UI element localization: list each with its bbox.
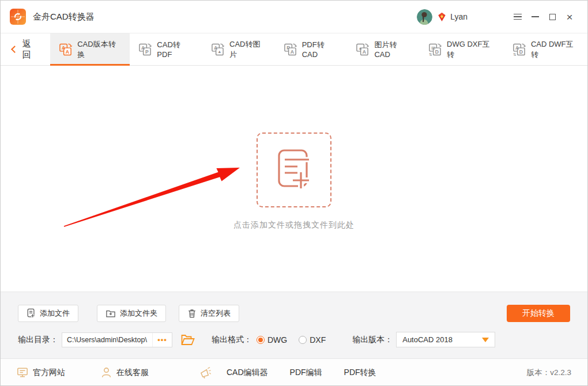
file-plus-icon	[27, 308, 36, 319]
cad-editor-link[interactable]: CAD编辑器	[227, 368, 268, 378]
person-icon	[101, 367, 112, 378]
pdf-convert-link[interactable]: PDF转换	[344, 368, 376, 378]
output-version-select[interactable]: AutoCAD 2018	[396, 332, 495, 347]
folder-plus-icon	[105, 309, 116, 318]
user-avatar[interactable]	[417, 9, 432, 25]
trash-icon	[187, 308, 197, 319]
pdf-edit-link[interactable]: PDF编辑	[290, 368, 322, 378]
add-file-button[interactable]: 添加文件	[18, 305, 78, 322]
dwg-dxf-swap-icon: ⊞ D ⇅	[428, 43, 442, 56]
output-dir-input[interactable]	[62, 333, 152, 347]
svg-text:⊞: ⊞	[431, 45, 435, 50]
close-icon[interactable]: ×	[561, 8, 578, 25]
version-label: 版本：v2.2.3	[527, 368, 571, 378]
output-dir-label: 输出目录：	[18, 335, 58, 345]
output-version-label: 输出版本：	[352, 335, 393, 345]
svg-text:A: A	[363, 48, 366, 54]
tab-bar: 返回 A A CAD版本转换 A P CAD转PDF	[1, 33, 587, 66]
svg-text:A: A	[290, 48, 293, 54]
tab-label: PDF转CAD	[302, 40, 339, 59]
svg-text:A: A	[62, 45, 65, 51]
tab-dwg-dxf-swap[interactable]: ⊞ D ⇅ DWG DXF互转	[420, 33, 504, 65]
window-controls: ×	[509, 8, 578, 25]
chevron-left-icon	[11, 46, 18, 52]
title-right-group: Lyan ×	[417, 8, 578, 25]
title-bar: 金舟CAD转换器 Lyan	[1, 1, 587, 33]
vip-badge-icon	[437, 12, 447, 22]
svg-text:P: P	[145, 48, 149, 54]
menu-icon[interactable]	[509, 8, 526, 25]
megaphone-icon	[199, 366, 212, 379]
maximize-icon[interactable]	[544, 8, 561, 25]
svg-text:⇅: ⇅	[429, 52, 432, 56]
tab-pdf-to-cad[interactable]: P A PDF转CAD	[275, 33, 348, 65]
output-format-label: 输出格式：	[212, 335, 252, 345]
svg-text:A: A	[66, 48, 69, 54]
minimize-icon[interactable]	[526, 8, 544, 25]
red-arrow-annotation	[58, 160, 248, 235]
radio-icon	[257, 336, 265, 344]
add-document-icon	[273, 147, 315, 193]
pdf-to-cad-icon: P A	[284, 43, 297, 56]
svg-text:D: D	[435, 48, 439, 54]
svg-text:D: D	[519, 48, 523, 54]
tab-image-to-cad[interactable]: ▲ A 图片转CAD	[347, 33, 420, 65]
radio-dwg[interactable]: DWG	[257, 335, 287, 345]
clear-list-button[interactable]: 清空列表	[179, 305, 239, 322]
svg-text:▲: ▲	[359, 46, 363, 50]
chevron-down-icon	[482, 338, 489, 342]
svg-text:A: A	[214, 45, 217, 51]
back-button[interactable]: 返回	[1, 33, 50, 65]
browse-button[interactable]: •••	[152, 333, 172, 347]
username[interactable]: Lyan	[450, 12, 468, 21]
footer-bar: 官方网站 在线客服 CAD编辑器 PDF编辑 PDF转换 版本：v2.2.3	[1, 358, 587, 386]
tab-cad-to-pdf[interactable]: A P CAD转PDF	[130, 33, 202, 65]
output-dir-field: •••	[62, 332, 172, 347]
tab-label: CAD版本转换	[77, 39, 121, 60]
svg-text:A: A	[141, 45, 145, 51]
svg-text:P: P	[287, 45, 290, 51]
start-convert-button[interactable]: 开始转换	[507, 305, 570, 322]
cad-to-pdf-icon: A P	[138, 43, 152, 56]
app-title: 金舟CAD转换器	[33, 12, 95, 22]
radio-icon	[299, 336, 307, 344]
tab-label: CAD转图片	[229, 39, 266, 60]
add-folder-button[interactable]: 添加文件夹	[97, 305, 166, 322]
svg-text:▲: ▲	[217, 50, 221, 54]
image-to-cad-icon: ▲ A	[356, 43, 369, 56]
open-folder-button[interactable]	[180, 334, 195, 346]
drop-zone[interactable]	[257, 133, 331, 207]
radio-dxf[interactable]: DXF	[299, 335, 326, 345]
app-logo-icon	[10, 9, 26, 25]
tab-cad-dwf-swap[interactable]: A D ⇅ CAD DWF互转	[504, 33, 587, 65]
file-list-area: 点击添加文件或拖拽文件到此处	[1, 66, 587, 292]
svg-text:A: A	[515, 45, 519, 51]
tab-label: CAD转PDF	[157, 40, 194, 59]
cad-dwf-swap-icon: A D ⇅	[512, 43, 526, 56]
tab-label: CAD DWF互转	[531, 39, 579, 60]
tab-cad-version-convert[interactable]: A A CAD版本转换	[50, 33, 130, 65]
svg-text:⇅: ⇅	[513, 52, 517, 56]
official-site-link[interactable]: 官方网站	[17, 367, 65, 378]
tab-label: DWG DXF互转	[447, 39, 495, 60]
tab-cad-to-image[interactable]: A ▲ CAD转图片	[202, 33, 275, 65]
monitor-icon	[17, 367, 28, 378]
cad-to-image-icon: A ▲	[211, 43, 224, 56]
open-folder-icon	[180, 334, 195, 346]
online-service-link[interactable]: 在线客服	[101, 367, 149, 378]
cad-version-convert-icon: A A	[59, 43, 72, 56]
drop-zone-hint: 点击添加文件或拖拽文件到此处	[233, 220, 355, 230]
bottom-panel: 添加文件 添加文件夹 清空列表 开始转换 输出目录：	[1, 292, 587, 358]
tab-label: 图片转CAD	[374, 40, 411, 59]
app-window: 金舟CAD转换器 Lyan	[0, 0, 588, 386]
